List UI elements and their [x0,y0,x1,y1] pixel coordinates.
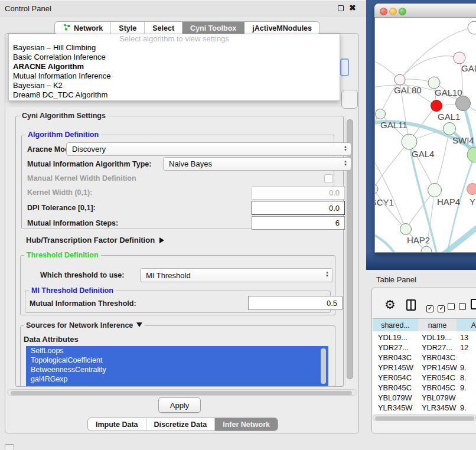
dpi-tolerance-field[interactable]: 0.0 [252,201,345,215]
network-canvas[interactable]: GAL GAL80 GAL10 GAL1 GAL11 SWI4 GAL4 GCY… [375,18,476,252]
table-row[interactable]: YLR345W YLR345W 9. [373,403,476,413]
attribute-item[interactable]: BetweennessCentrality [26,365,328,374]
kernel-width-label: Kernel Width (0,1): [27,188,92,197]
tab-discretize-data-label: Discretize Data [154,420,207,429]
node-gal10[interactable] [428,77,440,89]
table-row[interactable]: YBL079W YBL079W [373,393,476,403]
settings-horizontal-scrollbar[interactable] [7,389,357,396]
settings-hscrollbar-thumb[interactable] [11,391,352,395]
cell-name: YDR27... [422,343,452,353]
mi-algorithm-type-combo[interactable]: Naive Bayes ▲▼ [163,157,351,171]
algorithm-option[interactable]: Mutual Information Inference [9,71,340,81]
deselect-all-icon[interactable] [448,302,466,312]
float-window-icon[interactable] [338,5,344,11]
groupbox-fragment [341,90,358,109]
tab-infer-network[interactable]: Infer Network [215,418,278,431]
attribute-item[interactable]: SelfLoops [26,346,328,356]
tab-network[interactable]: Network [55,22,111,34]
sources-title-row[interactable]: Sources for Network Inference [24,321,145,330]
gear-icon[interactable]: ⚙ [384,299,396,311]
node-gal-top[interactable] [454,52,465,64]
cell-shared-name: YDL19... [378,332,407,343]
apply-button[interactable]: Apply [158,397,201,413]
cell-value: 9. [460,403,467,413]
cell-value: 8. [460,373,467,383]
algorithm-option[interactable]: Bayesian – Hill Climbing [9,43,340,53]
cell-name: YBR043C [422,353,455,363]
minimized-panel-icon[interactable] [5,444,14,450]
aracne-mode-combo[interactable]: Discovery ▲▼ [66,142,351,156]
node-label: Y [470,197,475,207]
combo-stepper-icon: ▲▼ [344,145,347,152]
table-row[interactable]: YBR045C YBR045C 9. [373,383,476,393]
expand-right-icon [159,237,164,243]
table-row[interactable]: YDL19... YDL19... 13 [373,332,476,343]
hidden-group-divider [6,106,358,106]
data-attributes-list[interactable]: SelfLoops TopologicalCoefficient Between… [26,346,328,386]
desktop-bottom-band [366,250,476,270]
node-gal80[interactable] [395,74,405,85]
column-header-shared-name[interactable]: shared... [373,318,419,332]
table-horizontal-scrollbar[interactable] [373,415,476,421]
mi-steps-field[interactable]: 6 [252,216,345,230]
bottom-tabbar: Impute Data Discretize Data Infer Networ… [87,418,278,431]
control-panel-tabbar: Network Style Select Cyni Toolbox jActiv… [54,21,320,35]
cell-value: 9. [460,413,467,414]
node-gal1-selected[interactable] [431,100,442,112]
node-gal11[interactable] [376,109,386,119]
zoom-traffic-light-icon[interactable] [399,8,406,15]
tab-cyni-toolbox[interactable]: Cyni Toolbox [182,22,244,34]
node-bottom-partial[interactable] [421,246,432,252]
control-panel-titlebar: Control Panel [0,0,366,17]
algorithm-option[interactable]: Dream8 DC_TDC Algorithm [9,90,340,100]
network-window-titlebar[interactable] [374,4,476,18]
minimize-traffic-light-icon[interactable] [389,8,397,15]
which-threshold-label: Which threshold to use: [40,271,124,279]
mi-threshold-field[interactable]: 0.5 [248,296,343,310]
hub-definition-toggle[interactable]: Hub/Transcription Factor Definition [26,236,164,244]
tab-style[interactable]: Style [111,22,145,34]
table-row[interactable]: YDR27... YDR27... 12 [373,343,476,353]
node-gal4[interactable] [402,134,417,149]
cell-value: 9. [460,383,467,393]
node-swi4[interactable] [444,123,456,135]
table-row[interactable]: YIL052C YIL052C 9. [373,413,476,414]
tab-impute-data[interactable]: Impute Data [88,418,146,431]
select-all-icon[interactable]: ✓ ✓ [426,302,445,312]
node-gcy1[interactable] [375,184,378,194]
node-gray[interactable] [456,96,471,111]
close-traffic-light-icon[interactable] [380,8,387,15]
table-row[interactable]: YER054C YER054C 8. [373,373,476,383]
column-header-name[interactable]: name [418,318,457,332]
attributes-scrollbar-thumb[interactable] [321,348,326,384]
dpi-tolerance-value: 0.0 [329,204,340,213]
data-attributes-label: Data Attributes [24,335,79,344]
tab-discretize-data[interactable]: Discretize Data [146,418,216,431]
mi-threshold-value: 0.5 [327,299,337,308]
table-hscrollbar-thumb[interactable] [375,416,474,420]
table-panel-title: Table Panel [376,275,416,284]
tab-select[interactable]: Select [145,22,182,34]
network-icon [63,23,71,33]
close-icon[interactable]: ✖ [349,3,356,12]
node-hap4[interactable] [428,184,442,197]
split-columns-icon[interactable] [406,299,416,311]
manual-kernel-width-checkbox [324,174,333,183]
node-label: GAL11 [380,120,407,130]
attribute-item[interactable]: gal4RGexp [26,374,328,384]
algorithm-option[interactable]: Basic Correlation Inference [9,53,340,62]
which-threshold-combo[interactable]: MI Threshold ▲▼ [140,268,333,282]
algorithm-option-selected[interactable]: ARACNE Algorithm [9,62,340,71]
table-row[interactable]: YBR043C YBR043C [373,353,476,363]
hub-definition-label: Hub/Transcription Factor Definition [26,236,155,244]
attribute-item[interactable]: TopologicalCoefficient [26,356,328,365]
node-y-pink[interactable] [467,184,476,195]
node-unlabeled[interactable] [468,21,476,34]
cell-name: YPR145W [422,363,457,373]
table-row[interactable]: YPR145W YPR145W 9. [373,363,476,373]
column-header-partial[interactable]: A [457,318,476,332]
tab-jactivemnodules[interactable]: jActiveMNodules [244,22,319,34]
algorithm-option[interactable]: Bayesian – K2 [9,81,340,90]
document-icon[interactable] [471,299,476,309]
node-hap2[interactable] [400,224,412,235]
